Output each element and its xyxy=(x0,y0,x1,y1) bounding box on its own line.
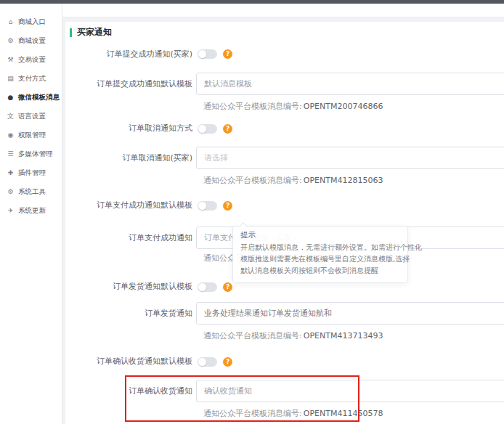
tooltip-line: 模版推送则需要先在模板编号里自定义消息模版,选择 xyxy=(240,253,400,265)
sidebar-item-label: 商城入口 xyxy=(18,12,46,31)
template-code: OPENTM413713493 xyxy=(304,331,383,341)
sidebar-item-system-update[interactable]: ✈系统更新 xyxy=(0,201,62,220)
sidebar-item-label: 多媒体管理 xyxy=(18,144,53,163)
mall-entrance-icon: ⌂ xyxy=(7,12,15,31)
order-cancel-notify-input[interactable]: 请选择 xyxy=(196,147,504,169)
plugin-icon: ✚ xyxy=(7,163,15,182)
order-pay-default-switch[interactable] xyxy=(198,201,217,211)
switch-knob xyxy=(198,50,206,58)
wechat-icon: ● xyxy=(7,88,15,107)
sidebar: ⌂商城入口 ⚙商城设置 ⚒交易设置 ▤支付方式 ●微信模板消息 文语言设置 ◉权… xyxy=(0,4,62,424)
template-code-note: 通知公众平台模板消息编号:OPENTM200746866 xyxy=(203,102,383,111)
tooltip-title: 提示 xyxy=(240,230,400,240)
order-submit-template-input[interactable]: 默认消息模板 xyxy=(196,73,504,95)
sidebar-item-label: 交易设置 xyxy=(18,50,46,69)
sidebar-item-plugin[interactable]: ✚插件管理 xyxy=(0,163,62,182)
template-code: OPENTM411450578 xyxy=(304,409,383,418)
order-pay-notify-label: 订单支付成功通知 xyxy=(65,232,192,244)
switch-knob xyxy=(198,283,206,291)
order-pay-default-label: 订单支付成功通知默认模板 xyxy=(65,200,192,211)
help-tooltip: 提示 开启默认模版消息，无需进行额外设置。如需进行个性化 模版推送则需要先在模板… xyxy=(232,226,408,283)
sidebar-item-label: 语言设置 xyxy=(18,107,46,126)
sidebar-item-label: 系统工具 xyxy=(18,182,46,201)
order-receipt-default-label: 订单确认收货通知默认模板 xyxy=(65,356,192,367)
order-cancel-notify-label: 订单取消通知(买家) xyxy=(65,152,192,164)
sidebar-item-multimedia[interactable]: ☰多媒体管理 xyxy=(0,144,62,163)
switch-knob xyxy=(198,125,206,133)
section-title: 买家通知 xyxy=(70,26,112,38)
title-accent-bar xyxy=(70,28,72,37)
sidebar-item-label: 商城设置 xyxy=(18,31,46,50)
order-cancel-method-label: 订单取消通知方式 xyxy=(65,123,192,134)
help-icon[interactable]: ? xyxy=(223,124,232,134)
sidebar-item-label: 支付方式 xyxy=(18,69,46,88)
top-dark-bar xyxy=(0,0,504,4)
help-icon[interactable]: ? xyxy=(223,49,232,59)
sidebar-item-payment-method[interactable]: ▤支付方式 xyxy=(0,69,62,88)
sidebar-item-permission[interactable]: ◉权限管理 xyxy=(0,126,62,144)
sidebar-item-mall-settings[interactable]: ⚙商城设置 xyxy=(0,31,62,50)
send-icon: ✈ xyxy=(7,201,15,220)
sidebar-item-label: 微信模板消息 xyxy=(18,88,60,107)
tooltip-arrow xyxy=(239,222,247,230)
input-placeholder: 请选择 xyxy=(204,152,228,163)
order-receipt-default-switch[interactable] xyxy=(198,357,217,367)
gear-icon: ⚙ xyxy=(7,182,15,201)
input-value: 默认消息模板 xyxy=(204,78,252,89)
switch-knob xyxy=(198,358,206,366)
order-receipt-notify-input[interactable]: 确认收货通知 xyxy=(196,380,504,402)
language-icon: 文 xyxy=(7,107,15,126)
tooltip-line: 默认消息模板关闭按钮则不会收到消息提醒 xyxy=(240,265,400,277)
sidebar-item-label: 权限管理 xyxy=(18,126,46,144)
gear-icon: ⚙ xyxy=(7,31,15,50)
input-value: 业务处理结果通知订单发货通知航和 xyxy=(204,308,332,319)
order-submit-success-switch[interactable] xyxy=(198,49,217,59)
order-ship-default-label: 订单发货通知默认模板 xyxy=(65,281,192,293)
help-icon[interactable]: ? xyxy=(223,357,232,367)
order-submit-template-label: 订单提交成功通知默认模板 xyxy=(65,78,192,90)
template-code-note: 通知公众平台模板消息编号:OPENTM412815063 xyxy=(203,176,383,185)
top-toolbar xyxy=(62,4,504,17)
sidebar-item-label: 系统更新 xyxy=(18,201,46,220)
sidebar-item-mall-entrance[interactable]: ⌂商城入口 xyxy=(0,12,62,31)
order-ship-notify-input[interactable]: 业务处理结果通知订单发货通知航和 xyxy=(196,302,504,325)
input-value: 确认收货通知 xyxy=(204,386,252,396)
sidebar-item-wechat-template[interactable]: ●微信模板消息 xyxy=(0,88,62,107)
section-title-text: 买家通知 xyxy=(77,26,112,38)
list-icon: ☰ xyxy=(7,144,15,163)
help-icon[interactable]: ? xyxy=(223,282,232,292)
settings-panel: 买家通知 订单提交成功通知(买家) ? 订单提交成功通知默认模板 默认消息模板 … xyxy=(65,22,504,424)
order-ship-notify-label: 订单发货通知 xyxy=(65,308,192,319)
credit-card-icon: ▤ xyxy=(7,69,15,88)
sidebar-item-system-tools[interactable]: ⚙系统工具 xyxy=(0,182,62,201)
template-code-note: 通知公众平台模板消息编号:OPENTM413713493 xyxy=(203,331,383,341)
help-icon[interactable]: ? xyxy=(223,201,232,211)
sidebar-item-trade-settings[interactable]: ⚒交易设置 xyxy=(0,50,62,69)
order-ship-default-switch[interactable] xyxy=(198,282,217,292)
order-receipt-notify-label: 订单确认收货通知 xyxy=(65,386,192,397)
template-code: OPENTM412815063 xyxy=(304,176,383,185)
eye-icon: ◉ xyxy=(7,126,15,144)
switch-knob xyxy=(198,202,206,210)
template-code-note: 通知公众平台模板消息编号:OPENTM411450578 xyxy=(203,409,383,418)
order-submit-success-label: 订单提交成功通知(买家) xyxy=(65,49,192,60)
trade-settings-icon: ⚒ xyxy=(7,50,15,69)
sidebar-item-label: 插件管理 xyxy=(18,163,46,182)
sidebar-item-language-settings[interactable]: 文语言设置 xyxy=(0,107,62,126)
tooltip-line: 开启默认模版消息，无需进行额外设置。如需进行个性化 xyxy=(240,242,400,253)
template-code: OPENTM200746866 xyxy=(304,102,383,111)
order-cancel-method-switch[interactable] xyxy=(198,124,217,134)
